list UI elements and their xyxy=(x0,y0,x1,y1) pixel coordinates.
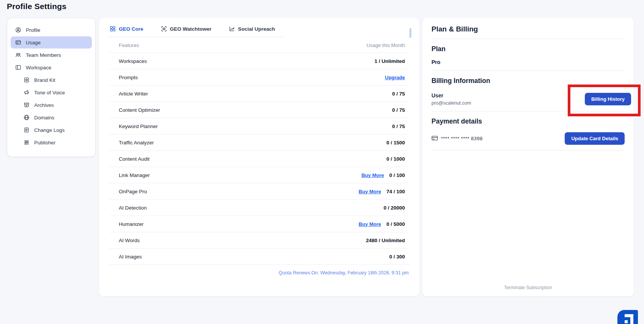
usage-row-link-manager: Link ManagerBuy More0 / 100 xyxy=(109,167,409,183)
quota-renewal-note: Quota Renews On: Wednesday, February 18t… xyxy=(107,265,411,275)
usage-table: Features Usage this Month Workspaces1 / … xyxy=(109,38,409,265)
usage-value: 74 / 100 xyxy=(386,189,405,194)
feature-name: Article Writer xyxy=(119,91,148,97)
user-row: User pro@scalenut.com Billing History xyxy=(431,92,625,106)
sidebar-item-tone-of-voice[interactable]: Tone of Voice xyxy=(11,86,92,99)
billing-info-heading: Billing Information xyxy=(431,77,625,85)
tab-geo-core[interactable]: GEO Core xyxy=(110,26,143,32)
credit-card-icon xyxy=(15,39,21,45)
usage-value-cell: Upgrade xyxy=(385,75,405,80)
feature-name: Link Manager xyxy=(119,172,150,178)
divider xyxy=(431,39,625,39)
credit-card-icon xyxy=(431,135,438,142)
plan-heading: Plan xyxy=(431,45,625,53)
usage-row-ai-images: AI Images0 / 300 xyxy=(109,249,409,265)
sidebar-item-archives[interactable]: Archives xyxy=(11,99,92,111)
sidebar-item-domains[interactable]: Domains xyxy=(11,111,92,124)
feature-name: Workspaces xyxy=(119,58,147,64)
card-number: **** **** **** 8398 xyxy=(431,135,483,142)
publisher-icon xyxy=(24,139,30,146)
usage-value-cell: 0 / 300 xyxy=(389,254,405,260)
tab-label: GEO Watchtower xyxy=(170,26,212,32)
usage-value: 0 / 5000 xyxy=(386,221,405,227)
usage-value: 0 / 75 xyxy=(392,91,405,97)
usage-row-humanizer: HumanizerBuy More0 / 5000 xyxy=(109,216,409,232)
usage-value: 2480 / Unlimited xyxy=(366,238,405,243)
sidebar-item-team-members[interactable]: Team Members xyxy=(11,49,92,61)
sidebar-item-label: Workspace xyxy=(26,65,51,70)
usage-row-onpage-pro: OnPage ProBuy More74 / 100 xyxy=(109,183,409,200)
scan-eye-icon xyxy=(161,26,167,32)
globe-icon xyxy=(24,114,30,121)
document-icon xyxy=(24,127,30,133)
sidebar-item-label: Change Logs xyxy=(34,127,65,133)
scrollbar-thumb[interactable] xyxy=(409,28,411,38)
user-icon xyxy=(15,27,21,33)
feature-name: AI Detection xyxy=(119,205,147,211)
usage-row-traffic-analyzer: Traffic Analyzer0 / 1500 xyxy=(109,135,409,151)
feature-name: AI Words xyxy=(119,238,140,243)
usage-row-workspaces: Workspaces1 / Unlimited xyxy=(109,53,409,69)
billing-panel-title: Plan & Billing xyxy=(431,25,625,33)
usage-value-cell: 0 / 75 xyxy=(392,124,405,129)
usage-value: 0 / 75 xyxy=(392,107,405,113)
usage-value: 0 / 75 xyxy=(392,124,405,129)
feature-name: Prompts xyxy=(119,75,138,80)
team-icon xyxy=(15,52,21,58)
features-column-header: Features xyxy=(119,42,139,48)
feature-name: Traffic Analyzer xyxy=(119,140,154,146)
buy-more-link[interactable]: Buy More xyxy=(359,221,381,227)
tab-social-upreach[interactable]: Social Upreach xyxy=(229,26,275,32)
payment-details-heading: Payment details xyxy=(431,117,625,125)
settings-sidebar: ProfileUsageTeam MembersWorkspaceBrand K… xyxy=(7,18,96,157)
usage-value: 0 / 1500 xyxy=(386,140,405,146)
sidebar-item-label: Team Members xyxy=(26,52,61,58)
sidebar-item-usage[interactable]: Usage xyxy=(11,36,92,49)
terminate-subscription-link[interactable]: Terminate Subscription xyxy=(422,285,634,290)
usage-value-cell: 2480 / Unlimited xyxy=(366,238,405,243)
usage-row-ai-detection: AI Detection0 / 20000 xyxy=(109,200,409,216)
usage-row-keyword-planner: Keyword Planner0 / 75 xyxy=(109,118,409,135)
card-number-text: **** **** **** 8398 xyxy=(441,136,483,141)
usage-row-content-audit: Content Audit0 / 1000 xyxy=(109,151,409,167)
sidebar-item-publisher[interactable]: Publisher xyxy=(11,136,92,149)
update-card-button[interactable]: Update Card Details xyxy=(565,132,625,145)
sidebar-item-change-logs[interactable]: Change Logs xyxy=(11,124,92,136)
usage-value: 0 / 1000 xyxy=(386,156,405,162)
grid-icon xyxy=(110,26,116,32)
divider xyxy=(431,111,625,111)
usage-row-prompts: PromptsUpgrade xyxy=(109,69,409,86)
tab-label: GEO Core xyxy=(119,26,143,32)
tab-label: Social Upreach xyxy=(238,26,275,32)
sidebar-item-label: Tone of Voice xyxy=(34,90,65,95)
sidebar-item-brand-kit[interactable]: Brand Kit xyxy=(11,74,92,86)
usage-row-content-optimizer: Content Optimizer0 / 75 xyxy=(109,102,409,118)
sidebar-item-label: Profile xyxy=(26,27,40,33)
buy-more-link[interactable]: Buy More xyxy=(359,189,381,194)
sidebar-item-workspace[interactable]: Workspace xyxy=(11,61,92,74)
upgrade-link[interactable]: Upgrade xyxy=(385,75,405,80)
usage-value: 0 / 300 xyxy=(389,254,405,260)
usage-row-ai-words: AI Words2480 / Unlimited xyxy=(109,232,409,249)
tab-geo-watchtower[interactable]: GEO Watchtower xyxy=(161,26,212,32)
feature-name: OnPage Pro xyxy=(119,189,147,194)
feature-name: Keyword Planner xyxy=(119,124,158,129)
workspace-icon xyxy=(15,64,21,70)
feature-name: AI Images xyxy=(119,254,142,260)
page-title: Profile Settings xyxy=(7,2,66,11)
sidebar-item-label: Brand Kit xyxy=(34,77,55,83)
billing-history-button[interactable]: Billing History xyxy=(585,93,631,105)
usage-row-article-writer: Article Writer0 / 75 xyxy=(109,86,409,102)
usage-value: 0 / 20000 xyxy=(384,205,405,211)
feature-name: Humanizer xyxy=(119,221,143,227)
usage-value-cell: Buy More0 / 5000 xyxy=(359,221,405,227)
usage-panel: GEO CoreGEO WatchtowerSocial Upreach Fea… xyxy=(99,18,419,296)
usage-value: 0 / 100 xyxy=(389,172,405,178)
usage-value-cell: 0 / 75 xyxy=(392,107,405,113)
sidebar-item-profile[interactable]: Profile xyxy=(11,24,92,36)
scalenut-logo[interactable] xyxy=(617,310,638,324)
plan-value: Pro xyxy=(431,59,625,65)
usage-column-header: Usage this Month xyxy=(367,42,405,48)
archive-icon xyxy=(24,102,30,108)
buy-more-link[interactable]: Buy More xyxy=(361,172,384,178)
